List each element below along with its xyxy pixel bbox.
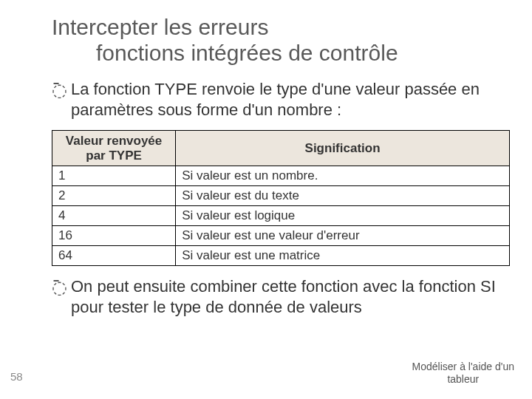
type-table: Valeur renvoyée par TYPE Signification 1…: [52, 130, 510, 266]
cell-value: 16: [52, 226, 176, 246]
table-row: 4 Si valeur est logique: [52, 206, 510, 226]
bullet-marker-icon: ߫: [52, 79, 67, 101]
table-row: 1 Si valeur est un nombre.: [52, 166, 510, 186]
cell-value: 2: [52, 186, 176, 206]
bullet-item: ߫ La fonction TYPE renvoie le type d'une…: [52, 79, 510, 120]
footer-line: Modéliser à l'aide d'un: [412, 361, 514, 372]
bullet-text: On peut ensuite combiner cette fonction …: [71, 276, 510, 317]
footer-line: tableur: [447, 373, 479, 385]
bullet-text: La fonction TYPE renvoie le type d'une v…: [71, 79, 510, 120]
table-header-value: Valeur renvoyée par TYPE: [52, 131, 176, 166]
cell-value: 4: [52, 206, 176, 226]
table-row: 2 Si valeur est du texte: [52, 186, 510, 206]
cell-signification: Si valeur est du texte: [176, 186, 510, 206]
title-line1: Intercepter les erreurs: [52, 15, 268, 39]
cell-signification: Si valeur est un nombre.: [176, 166, 510, 186]
table-header-signification: Signification: [176, 131, 510, 166]
cell-value: 64: [52, 246, 176, 266]
bullet-marker-icon: ߫: [52, 276, 67, 299]
header-text: par TYPE: [86, 149, 142, 163]
cell-signification: Si valeur est logique: [176, 206, 510, 226]
bullet-list-2: ߫ On peut ensuite combiner cette fonctio…: [52, 276, 510, 317]
cell-signification: Si valeur est une matrice: [176, 246, 510, 266]
header-text: Valeur renvoyée: [66, 134, 162, 148]
slide-title: Intercepter les erreurs fonctions intégr…: [52, 15, 510, 66]
bullet-list-1: ߫ La fonction TYPE renvoie le type d'une…: [52, 79, 510, 120]
table-row: 16 Si valeur est une valeur d'erreur: [52, 226, 510, 246]
title-line2: fonctions intégrées de contrôle: [52, 41, 510, 66]
cell-signification: Si valeur est une valeur d'erreur: [176, 226, 510, 246]
cell-value: 1: [52, 166, 176, 186]
table-header-row: Valeur renvoyée par TYPE Signification: [52, 131, 510, 166]
table-row: 64 Si valeur est une matrice: [52, 246, 510, 266]
footer-text: Modéliser à l'aide d'un tableur: [412, 361, 514, 386]
slide: Intercepter les erreurs fonctions intégr…: [0, 0, 532, 399]
page-number: 58: [10, 370, 23, 383]
bullet-item: ߫ On peut ensuite combiner cette fonctio…: [52, 276, 510, 317]
